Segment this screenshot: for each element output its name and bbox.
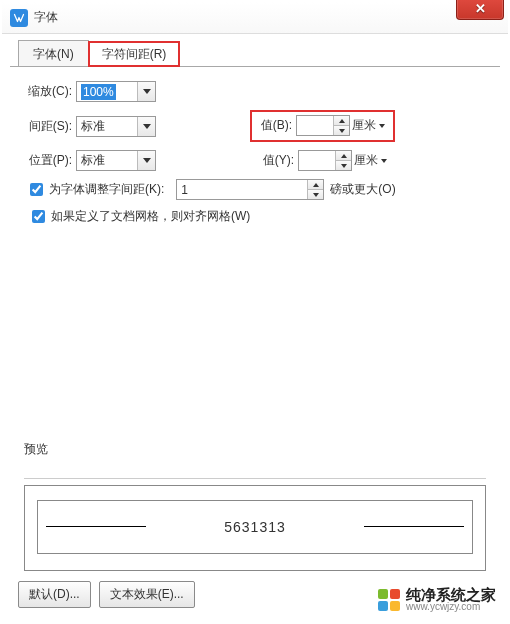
spinner-down-icon[interactable] — [308, 190, 323, 199]
unit-b-select[interactable]: 厘米 — [352, 117, 385, 134]
preview-frame: 5631313 — [37, 500, 473, 554]
kerning-suffix: 磅或更大(O) — [330, 181, 395, 198]
watermark-url: www.ycwjzy.com — [406, 602, 496, 612]
value-y-spinner[interactable] — [298, 150, 352, 171]
position-select[interactable]: 标准 — [76, 150, 156, 171]
spinner-up-icon[interactable] — [308, 180, 323, 190]
zoom-label: 缩放(C): — [22, 83, 76, 100]
spinner-up-icon[interactable] — [336, 151, 351, 161]
chevron-down-icon — [379, 124, 385, 128]
default-button[interactable]: 默认(D)... — [18, 581, 91, 608]
font-dialog: 字体 ✕ 字体(N) 字符间距(R) 缩放(C): 100% 间距(S): 标准 — [0, 0, 510, 624]
value-b-highlight: 值(B): 厘米 — [250, 110, 395, 142]
char-spacing-panel: 缩放(C): 100% 间距(S): 标准 值(B): — [10, 66, 500, 566]
value-b-label: 值(B): — [256, 117, 296, 134]
tab-font[interactable]: 字体(N) — [18, 40, 89, 67]
spinner-up-icon[interactable] — [334, 116, 349, 126]
watermark: 纯净系统之家 www.ycwjzy.com — [378, 587, 496, 612]
chevron-down-icon — [381, 159, 387, 163]
spacing-select[interactable]: 标准 — [76, 116, 156, 137]
spinner-down-icon[interactable] — [334, 126, 349, 135]
snap-grid-check-input[interactable] — [32, 210, 45, 223]
value-b-spinner[interactable] — [296, 115, 350, 136]
spinner-down-icon[interactable] — [336, 161, 351, 170]
close-icon: ✕ — [475, 1, 486, 16]
kerning-checkbox[interactable]: 为字体调整字间距(K): — [30, 181, 164, 198]
kerning-check-input[interactable] — [30, 183, 43, 196]
zoom-select[interactable]: 100% — [76, 81, 156, 102]
tabstrip: 字体(N) 字符间距(R) — [2, 34, 508, 66]
window-title: 字体 — [34, 9, 58, 26]
preview-sample-text: 5631313 — [224, 519, 286, 535]
preview-area: 5631313 — [24, 485, 486, 571]
watermark-zh: 纯净系统之家 — [406, 587, 496, 602]
text-effects-button[interactable]: 文本效果(E)... — [99, 581, 195, 608]
spacing-label: 间距(S): — [22, 118, 76, 135]
snap-grid-checkbox[interactable]: 如果定义了文档网格，则对齐网格(W) — [32, 208, 488, 225]
titlebar: 字体 ✕ — [2, 2, 508, 34]
close-button[interactable]: ✕ — [456, 0, 504, 20]
app-icon — [10, 9, 28, 27]
watermark-logo-icon — [378, 589, 400, 611]
tab-char-spacing[interactable]: 字符间距(R) — [88, 41, 181, 67]
divider — [24, 478, 486, 479]
preview-legend: 预览 — [22, 441, 488, 460]
value-y-label: 值(Y): — [258, 152, 298, 169]
position-label: 位置(P): — [22, 152, 76, 169]
unit-y-select[interactable]: 厘米 — [354, 152, 387, 169]
kerning-spinner[interactable]: 1 — [176, 179, 324, 200]
